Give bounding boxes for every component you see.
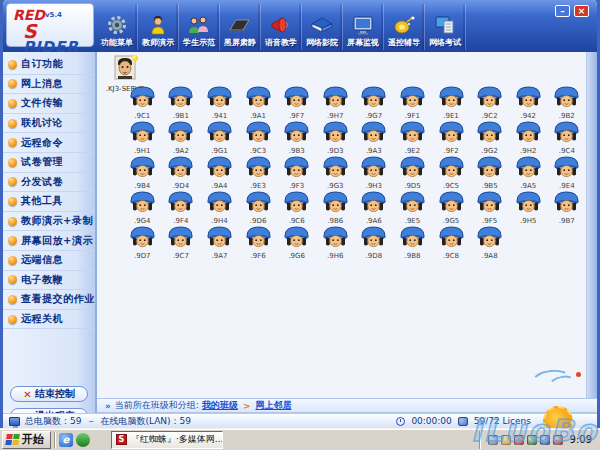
student-node[interactable]: .9C6 <box>277 190 316 225</box>
student-node[interactable]: .9B3 <box>277 120 316 155</box>
student-node[interactable]: .9D7 <box>123 225 162 260</box>
student-node[interactable]: .9F4 <box>162 190 201 225</box>
student-node[interactable]: .9G4 <box>123 190 162 225</box>
sidebar-item-12[interactable]: 电子教鞭 <box>3 271 95 291</box>
student-node[interactable]: .9D6 <box>239 190 278 225</box>
student-node[interactable]: .9G7 <box>355 85 394 120</box>
student-node[interactable]: .9C1 <box>123 85 162 120</box>
orange-bullet-icon <box>8 256 17 265</box>
tray-icon-1[interactable] <box>488 435 498 445</box>
student-node[interactable]: .9G6 <box>277 225 316 260</box>
student-node[interactable]: .9E5 <box>393 190 432 225</box>
student-node[interactable]: .9E2 <box>393 120 432 155</box>
minimize-button[interactable]: – <box>555 5 570 17</box>
student-node[interactable]: .9C2 <box>470 85 509 120</box>
toolbar-item-7[interactable]: 屏幕监视 <box>343 4 384 50</box>
sidebar-item-10[interactable]: 屏幕回放+演示 <box>3 231 95 251</box>
toolbar-item-6[interactable]: 网络影院 <box>302 4 343 50</box>
student-node-label: .9D8 <box>355 252 394 260</box>
student-node[interactable]: .9A7 <box>200 225 239 260</box>
close-button[interactable]: × <box>574 5 589 17</box>
student-node[interactable]: .9F6 <box>239 225 278 260</box>
sidebar-item-4[interactable]: 联机讨论 <box>3 114 95 134</box>
student-node[interactable]: .9A1 <box>239 85 278 120</box>
sidebar-item-2[interactable]: 网上消息 <box>3 75 95 95</box>
sidebar-item-3[interactable]: 文件传输 <box>3 94 95 114</box>
network-neighbor-link[interactable]: 网上邻居 <box>255 399 291 412</box>
student-node[interactable]: .9F1 <box>393 85 432 120</box>
tray-icon-4[interactable] <box>527 435 537 445</box>
toolbar-item-2[interactable]: 教师演示 <box>138 4 179 50</box>
scrollbar[interactable] <box>586 52 597 398</box>
toolbar-item-5[interactable]: 语音教学 <box>261 4 302 50</box>
toolbar-item-9[interactable]: 网络考试 <box>425 4 466 50</box>
sidebar-item-9[interactable]: 教师演示+录制 <box>3 212 95 232</box>
student-node[interactable]: .9C4 <box>548 120 587 155</box>
sidebar-item-5[interactable]: 远程命令 <box>3 133 95 153</box>
student-node[interactable]: .941 <box>200 85 239 120</box>
student-node[interactable]: .9B6 <box>316 190 355 225</box>
student-node[interactable]: .9E3 <box>239 155 278 190</box>
class-link[interactable]: 我的班级 <box>202 399 238 412</box>
student-node[interactable]: .942 <box>509 85 548 120</box>
student-node[interactable]: .9C7 <box>162 225 201 260</box>
sidebar-item-14[interactable]: 远程关机 <box>3 310 95 330</box>
tray-icon-2[interactable] <box>501 435 511 445</box>
student-node[interactable]: .9G3 <box>316 155 355 190</box>
student-node[interactable]: .9F7 <box>277 85 316 120</box>
student-node[interactable]: .9C5 <box>432 155 471 190</box>
sidebar-item-1[interactable]: 自订功能 <box>3 55 95 75</box>
student-node[interactable]: .9A8 <box>470 225 509 260</box>
student-node[interactable]: .9C8 <box>432 225 471 260</box>
sidebar-item-8[interactable]: 其他工具 <box>3 192 95 212</box>
student-node[interactable]: .9D5 <box>393 155 432 190</box>
student-node[interactable]: .9H3 <box>355 155 394 190</box>
internet-explorer-icon[interactable]: e <box>59 433 73 447</box>
student-node[interactable]: .9A6 <box>355 190 394 225</box>
student-node[interactable]: .9H7 <box>316 85 355 120</box>
toolbar-item-4[interactable]: 黑屏肃静 <box>220 4 261 50</box>
tray-icon-3[interactable] <box>514 435 524 445</box>
student-node[interactable]: .9F2 <box>432 120 471 155</box>
student-node[interactable]: .9H2 <box>509 120 548 155</box>
student-node[interactable]: .9B1 <box>162 85 201 120</box>
student-node[interactable]: .9C3 <box>239 120 278 155</box>
media-player-icon[interactable] <box>76 433 90 447</box>
student-node[interactable]: .9E4 <box>548 155 587 190</box>
red-spider-task-button[interactable]: S 『红蜘蛛』·多媒体网... <box>111 431 223 449</box>
student-node[interactable]: .9H6 <box>316 225 355 260</box>
student-node[interactable]: .9F5 <box>470 190 509 225</box>
toolbar-item-1[interactable]: 功能菜单 <box>97 4 138 50</box>
student-node[interactable]: .9G1 <box>200 120 239 155</box>
student-computer-icon <box>360 225 387 248</box>
student-node[interactable]: .9B2 <box>548 85 587 120</box>
student-node[interactable]: .9H1 <box>123 120 162 155</box>
tray-icon-6[interactable] <box>553 435 563 445</box>
end-control-button[interactable]: ✕结束控制 <box>10 386 88 402</box>
student-node[interactable]: .9A4 <box>200 155 239 190</box>
student-node[interactable]: .9D8 <box>355 225 394 260</box>
student-node[interactable]: .9A5 <box>509 155 548 190</box>
sidebar-item-7[interactable]: 分发试卷 <box>3 173 95 193</box>
student-node[interactable]: .9B5 <box>470 155 509 190</box>
student-node[interactable]: .9G2 <box>470 120 509 155</box>
student-node[interactable]: .9F3 <box>277 155 316 190</box>
student-node[interactable]: .9E1 <box>432 85 471 120</box>
student-node[interactable]: .9D4 <box>162 155 201 190</box>
student-node[interactable]: .9A2 <box>162 120 201 155</box>
toolbar-item-3[interactable]: 学生示范 <box>179 4 220 50</box>
student-node[interactable]: .9H4 <box>200 190 239 225</box>
sidebar-item-6[interactable]: 试卷管理 <box>3 153 95 173</box>
sidebar-item-13[interactable]: 查看提交的作业 <box>3 290 95 310</box>
student-node[interactable]: .9G5 <box>432 190 471 225</box>
start-button[interactable]: 开始 <box>2 431 51 449</box>
student-node[interactable]: .9B7 <box>548 190 587 225</box>
student-node[interactable]: .9D3 <box>316 120 355 155</box>
student-node[interactable]: .9B8 <box>393 225 432 260</box>
sidebar-item-11[interactable]: 远端信息 <box>3 251 95 271</box>
tray-icon-5[interactable] <box>540 435 550 445</box>
toolbar-item-8[interactable]: 遥控辅导 <box>384 4 425 50</box>
student-node[interactable]: .9B4 <box>123 155 162 190</box>
student-node[interactable]: .9A3 <box>355 120 394 155</box>
student-node[interactable]: .9H5 <box>509 190 548 225</box>
